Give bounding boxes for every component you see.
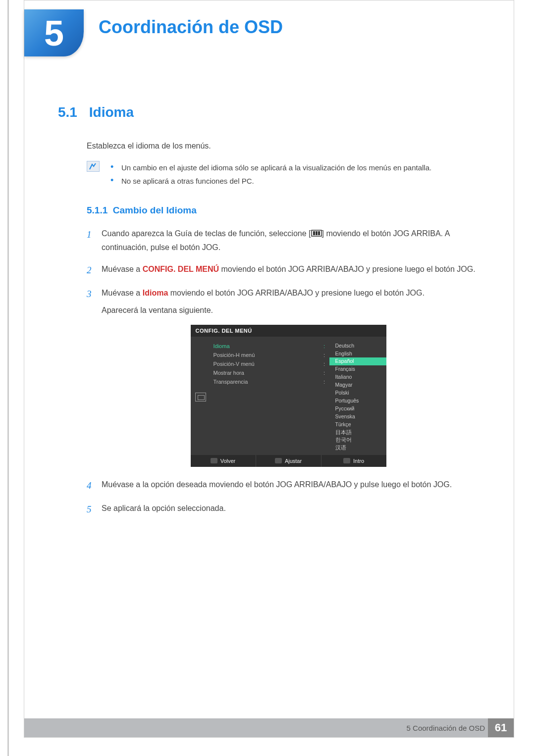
osd-language-item: Português [329, 397, 386, 405]
step-5: 5 Se aplicará la opción seleccionada. [87, 502, 490, 517]
osd-enter: Intro [321, 455, 386, 467]
svg-rect-3 [318, 231, 320, 235]
page-frame: 5 Coordinación de OSD 5.1 Idioma Estable… [24, 0, 514, 738]
step-number: 3 [87, 286, 102, 317]
osd-enter-label: Intro [353, 458, 364, 464]
steps-list: 1 Cuando aparezca la Guía de teclas de f… [87, 227, 490, 518]
osd-menu-item: Posición-H menú: [214, 351, 326, 359]
osd-language-item: 日本語 [329, 428, 386, 436]
osd-section-icon [195, 393, 206, 402]
osd-screenshot: CONFIG. DEL MENÚ Idioma:Posición-H menú:… [191, 325, 386, 467]
step-3-bold: Idioma [143, 289, 168, 297]
osd-menu-item: Posición-V menú: [214, 359, 326, 368]
page-footer: 5 Coordinación de OSD 61 [24, 718, 514, 737]
step-2: 2 Muévase a CONFIG. DEL MENÚ moviendo el… [87, 262, 490, 278]
osd-menu-item: Idioma: [214, 342, 326, 351]
step-2-text-a: Muévase a [102, 265, 143, 273]
section-number: 5.1 [58, 104, 85, 120]
osd-language-item: Türkçe [329, 420, 386, 428]
svg-rect-2 [316, 231, 318, 235]
step-1: 1 Cuando aparezca la Guía de teclas de f… [87, 227, 490, 254]
chapter-number: 5 [44, 13, 64, 53]
page-number: 61 [488, 718, 514, 737]
content-area: 5.1 Idioma Establezca el idioma de los m… [58, 104, 490, 526]
osd-language-item: Magyar [329, 381, 386, 389]
step-3: 3 Muévase a Idioma moviendo el botón JOG… [87, 286, 490, 317]
osd-back: Volver [191, 455, 256, 467]
osd-menu-list: Idioma:Posición-H menú:Posición-V menú:M… [211, 341, 329, 453]
osd-language-item: Español [329, 357, 386, 365]
step-number: 2 [87, 262, 102, 278]
osd-adjust: Ajustar [256, 455, 321, 467]
osd-icon-column [191, 341, 211, 453]
subsection-title: Cambio del Idioma [113, 205, 197, 215]
note-text-2: No se aplicará a otras funciones del PC. [121, 174, 254, 188]
step-4: 4 Muévase a la opción deseada moviendo e… [87, 478, 490, 494]
osd-language-item: Français [329, 365, 386, 373]
menu-icon [311, 227, 322, 241]
osd-language-item: Polski [329, 389, 386, 397]
osd-body: Idioma:Posición-H menú:Posición-V menú:M… [191, 337, 386, 455]
step-2-text-b: moviendo el botón JOG ARRIBA/ABAJO y pre… [219, 265, 476, 273]
step-number: 5 [87, 502, 102, 517]
note-text-1: Un cambio en el ajuste del idioma sólo s… [121, 161, 431, 174]
chapter-number-tab: 5 [24, 9, 84, 56]
step-3-text-a: Muévase a [102, 289, 143, 297]
osd-back-label: Volver [220, 458, 236, 464]
osd-footer: Volver Ajustar Intro [191, 455, 386, 467]
bullet-dot: • [110, 161, 121, 174]
chapter-title: Coordinación de OSD [99, 17, 283, 38]
step-3-text-c: Aparecerá la ventana siguiente. [102, 306, 213, 314]
note-block: •Un cambio en el ajuste del idioma sólo … [87, 161, 490, 188]
osd-language-item: 한국어 [329, 436, 386, 444]
subsection-heading: 5.1.1 Cambio del Idioma [87, 205, 490, 216]
step-2-bold: CONFIG. DEL MENÚ [143, 265, 219, 273]
adjust-icon [275, 458, 282, 463]
step-5-text: Se aplicará la opción seleccionada. [102, 502, 490, 517]
osd-language-item: Italiano [329, 373, 386, 381]
subsection-number: 5.1.1 [87, 205, 107, 215]
step-number: 1 [87, 227, 102, 254]
osd-title: CONFIG. DEL MENÚ [191, 325, 386, 337]
step-4-text: Muévase a la opción deseada moviendo el … [102, 478, 490, 494]
osd-language-item: English [329, 350, 386, 357]
svg-rect-1 [313, 231, 315, 235]
section-heading: 5.1 Idioma [58, 104, 490, 120]
note-bullets: •Un cambio en el ajuste del idioma sólo … [110, 161, 431, 188]
step-number: 4 [87, 478, 102, 494]
osd-language-item: 汉语 [329, 444, 386, 452]
step-1-text-a: Cuando aparezca la Guía de teclas de fun… [102, 229, 311, 238]
osd-menu-item: Mostrar hora: [214, 368, 326, 377]
osd-language-list: DeutschEnglishEspañolFrançaisItalianoMag… [329, 341, 386, 453]
step-3-text-b: moviendo el botón JOG ARRIBA/ABAJO y pre… [168, 289, 425, 297]
section-title: Idioma [89, 104, 134, 120]
osd-language-item: Русский [329, 404, 386, 412]
note-icon [87, 161, 100, 172]
footer-label: 5 Coordinación de OSD [407, 724, 485, 732]
osd-menu-item: Transparencia: [214, 377, 326, 386]
enter-icon [343, 458, 350, 463]
binding-gutter [0, 0, 24, 756]
intro-paragraph: Establezca el idioma de los menús. [87, 140, 490, 152]
osd-adjust-label: Ajustar [285, 458, 302, 464]
bullet-dot: • [110, 174, 121, 188]
osd-language-item: Svenska [329, 412, 386, 420]
osd-language-item: Deutsch [329, 342, 386, 350]
back-icon [211, 458, 217, 463]
